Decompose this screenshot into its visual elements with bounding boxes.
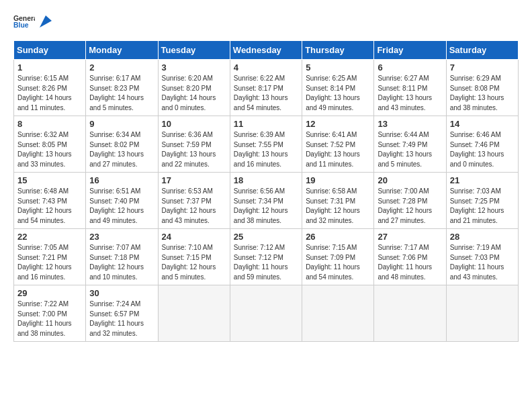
calendar-cell: 29Sunrise: 7:22 AM Sunset: 7:00 PM Dayli…	[14, 285, 86, 342]
day-info: Sunrise: 7:05 AM Sunset: 7:21 PM Dayligh…	[17, 243, 82, 282]
calendar-cell: 7Sunrise: 6:29 AM Sunset: 8:08 PM Daylig…	[446, 60, 518, 116]
day-info: Sunrise: 6:15 AM Sunset: 8:26 PM Dayligh…	[17, 74, 82, 113]
logo-icon: General Blue	[13, 13, 35, 30]
calendar-cell	[446, 285, 518, 342]
calendar-cell: 25Sunrise: 7:12 AM Sunset: 7:12 PM Dayli…	[230, 229, 302, 285]
day-info: Sunrise: 6:41 AM Sunset: 7:52 PM Dayligh…	[306, 130, 370, 169]
calendar-week-5: 29Sunrise: 7:22 AM Sunset: 7:00 PM Dayli…	[14, 285, 519, 342]
svg-text:Blue: Blue	[13, 21, 29, 29]
calendar-cell: 6Sunrise: 6:27 AM Sunset: 8:11 PM Daylig…	[374, 60, 446, 116]
day-info: Sunrise: 6:17 AM Sunset: 8:23 PM Dayligh…	[89, 74, 154, 113]
day-info: Sunrise: 6:53 AM Sunset: 7:37 PM Dayligh…	[162, 187, 226, 226]
day-number: 3	[162, 62, 226, 73]
day-number: 23	[89, 232, 154, 242]
day-info: Sunrise: 6:48 AM Sunset: 7:43 PM Dayligh…	[17, 187, 82, 226]
day-number: 6	[378, 62, 442, 73]
day-info: Sunrise: 6:39 AM Sunset: 7:55 PM Dayligh…	[234, 130, 298, 169]
day-number: 11	[234, 119, 298, 129]
calendar-cell: 12Sunrise: 6:41 AM Sunset: 7:52 PM Dayli…	[302, 116, 374, 173]
calendar-week-4: 22Sunrise: 7:05 AM Sunset: 7:21 PM Dayli…	[14, 229, 519, 285]
day-number: 10	[162, 119, 226, 129]
day-info: Sunrise: 7:12 AM Sunset: 7:12 PM Dayligh…	[234, 243, 298, 282]
day-info: Sunrise: 6:44 AM Sunset: 7:49 PM Dayligh…	[378, 130, 442, 169]
day-number: 2	[89, 62, 154, 73]
calendar-cell: 4Sunrise: 6:22 AM Sunset: 8:17 PM Daylig…	[230, 60, 302, 116]
day-number: 20	[378, 175, 442, 185]
calendar-cell: 21Sunrise: 7:03 AM Sunset: 7:25 PM Dayli…	[446, 173, 518, 229]
day-info: Sunrise: 7:15 AM Sunset: 7:09 PM Dayligh…	[306, 243, 370, 282]
calendar-cell: 9Sunrise: 6:34 AM Sunset: 8:02 PM Daylig…	[86, 116, 158, 173]
day-number: 14	[450, 119, 515, 129]
day-number: 26	[306, 232, 370, 242]
day-info: Sunrise: 6:27 AM Sunset: 8:11 PM Dayligh…	[378, 74, 442, 113]
calendar-cell: 8Sunrise: 6:32 AM Sunset: 8:05 PM Daylig…	[14, 116, 86, 173]
day-number: 15	[17, 175, 82, 185]
calendar-cell: 5Sunrise: 6:25 AM Sunset: 8:14 PM Daylig…	[302, 60, 374, 116]
day-number: 22	[17, 232, 82, 242]
day-number: 12	[306, 119, 370, 129]
day-number: 21	[450, 175, 515, 185]
calendar-cell: 13Sunrise: 6:44 AM Sunset: 7:49 PM Dayli…	[374, 116, 446, 173]
weekday-header-wednesday: Wednesday	[230, 41, 302, 60]
day-number: 8	[17, 119, 82, 129]
day-info: Sunrise: 7:03 AM Sunset: 7:25 PM Dayligh…	[450, 187, 515, 226]
calendar-cell: 1Sunrise: 6:15 AM Sunset: 8:26 PM Daylig…	[14, 60, 86, 116]
day-number: 30	[89, 288, 154, 298]
weekday-header-friday: Friday	[374, 41, 446, 60]
day-info: Sunrise: 7:19 AM Sunset: 7:03 PM Dayligh…	[450, 243, 515, 282]
day-info: Sunrise: 7:00 AM Sunset: 7:28 PM Dayligh…	[378, 187, 442, 226]
day-info: Sunrise: 6:51 AM Sunset: 7:40 PM Dayligh…	[89, 187, 154, 226]
day-number: 19	[306, 175, 370, 185]
calendar-cell: 26Sunrise: 7:15 AM Sunset: 7:09 PM Dayli…	[302, 229, 374, 285]
day-number: 4	[234, 62, 298, 73]
calendar-cell: 24Sunrise: 7:10 AM Sunset: 7:15 PM Dayli…	[158, 229, 230, 285]
calendar-cell: 23Sunrise: 7:07 AM Sunset: 7:18 PM Dayli…	[86, 229, 158, 285]
calendar-cell: 15Sunrise: 6:48 AM Sunset: 7:43 PM Dayli…	[14, 173, 86, 229]
calendar-cell: 20Sunrise: 7:00 AM Sunset: 7:28 PM Dayli…	[374, 173, 446, 229]
calendar-cell	[374, 285, 446, 342]
day-number: 27	[378, 232, 442, 242]
day-info: Sunrise: 6:36 AM Sunset: 7:59 PM Dayligh…	[162, 130, 226, 169]
day-number: 5	[306, 62, 370, 73]
day-number: 13	[378, 119, 442, 129]
calendar-cell: 18Sunrise: 6:56 AM Sunset: 7:34 PM Dayli…	[230, 173, 302, 229]
day-info: Sunrise: 6:29 AM Sunset: 8:08 PM Dayligh…	[450, 74, 515, 113]
logo-arrow-icon	[40, 15, 52, 28]
day-info: Sunrise: 6:34 AM Sunset: 8:02 PM Dayligh…	[89, 130, 154, 169]
calendar-table: SundayMondayTuesdayWednesdayThursdayFrid…	[13, 40, 519, 342]
day-number: 7	[450, 62, 515, 73]
calendar-cell: 3Sunrise: 6:20 AM Sunset: 8:20 PM Daylig…	[158, 60, 230, 116]
calendar-cell: 19Sunrise: 6:58 AM Sunset: 7:31 PM Dayli…	[302, 173, 374, 229]
weekday-header-tuesday: Tuesday	[158, 41, 230, 60]
day-info: Sunrise: 7:17 AM Sunset: 7:06 PM Dayligh…	[378, 243, 442, 282]
weekday-header-thursday: Thursday	[302, 41, 374, 60]
day-number: 17	[162, 175, 226, 185]
day-info: Sunrise: 6:25 AM Sunset: 8:14 PM Dayligh…	[306, 74, 370, 113]
calendar-cell	[230, 285, 302, 342]
calendar-cell: 16Sunrise: 6:51 AM Sunset: 7:40 PM Dayli…	[86, 173, 158, 229]
day-info: Sunrise: 6:32 AM Sunset: 8:05 PM Dayligh…	[17, 130, 82, 169]
calendar-cell: 17Sunrise: 6:53 AM Sunset: 7:37 PM Dayli…	[158, 173, 230, 229]
calendar-cell	[158, 285, 230, 342]
day-number: 25	[234, 232, 298, 242]
day-number: 1	[17, 62, 82, 73]
calendar-header-row: SundayMondayTuesdayWednesdayThursdayFrid…	[14, 41, 519, 60]
calendar-cell: 2Sunrise: 6:17 AM Sunset: 8:23 PM Daylig…	[86, 60, 158, 116]
day-info: Sunrise: 7:22 AM Sunset: 7:00 PM Dayligh…	[17, 300, 82, 338]
day-number: 18	[234, 175, 298, 185]
calendar-cell: 10Sunrise: 6:36 AM Sunset: 7:59 PM Dayli…	[158, 116, 230, 173]
logo: General Blue	[13, 13, 52, 30]
day-number: 16	[89, 175, 154, 185]
calendar-week-2: 8Sunrise: 6:32 AM Sunset: 8:05 PM Daylig…	[14, 116, 519, 173]
weekday-header-saturday: Saturday	[446, 41, 518, 60]
calendar-cell	[302, 285, 374, 342]
day-info: Sunrise: 7:24 AM Sunset: 6:57 PM Dayligh…	[89, 300, 154, 338]
day-number: 28	[450, 232, 515, 242]
day-info: Sunrise: 6:56 AM Sunset: 7:34 PM Dayligh…	[234, 187, 298, 226]
calendar-week-3: 15Sunrise: 6:48 AM Sunset: 7:43 PM Dayli…	[14, 173, 519, 229]
weekday-header-monday: Monday	[86, 41, 158, 60]
day-info: Sunrise: 7:10 AM Sunset: 7:15 PM Dayligh…	[162, 243, 226, 282]
calendar-week-1: 1Sunrise: 6:15 AM Sunset: 8:26 PM Daylig…	[14, 60, 519, 116]
day-info: Sunrise: 7:07 AM Sunset: 7:18 PM Dayligh…	[89, 243, 154, 282]
weekday-header-sunday: Sunday	[14, 41, 86, 60]
